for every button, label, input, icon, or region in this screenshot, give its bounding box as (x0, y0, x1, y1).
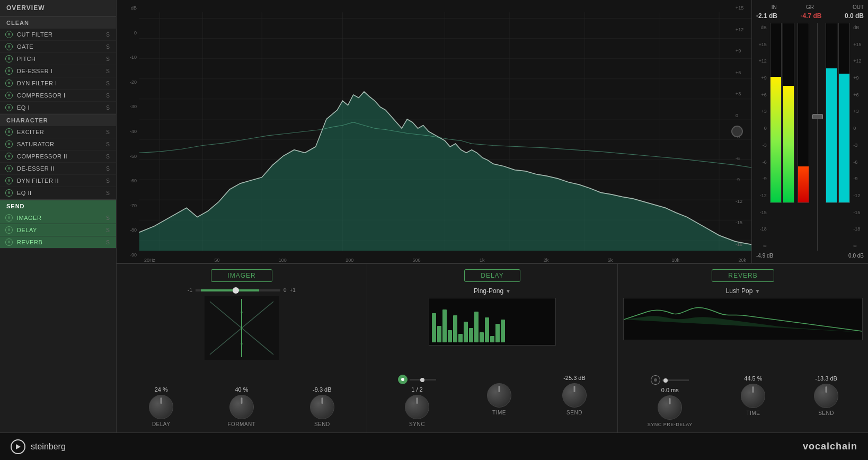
delay-time-knob[interactable] (487, 383, 511, 408)
sidebar-item-eq-2[interactable]: EQ II S (0, 187, 116, 199)
power-icon-dyn-filter-2[interactable] (5, 177, 13, 184)
s-badge-compressor-2[interactable]: S (104, 153, 112, 160)
meter-bottom-values: -4.9 dB 0.0 dB (756, 253, 864, 259)
sidebar-item-compressor-1[interactable]: COMPRESSOR I S (0, 90, 116, 102)
sidebar-item-imager[interactable]: IMAGER S (0, 212, 116, 224)
imager-btn-row: IMAGER (122, 269, 361, 282)
delay-sync-slider[interactable] (410, 379, 436, 381)
power-icon-de-esser-2[interactable] (5, 165, 13, 172)
power-icon-exciter[interactable] (5, 128, 13, 136)
s-badge-de-esser-1[interactable]: S (104, 68, 112, 75)
sidebar-label-compressor-2: COMPRESSOR II (17, 153, 104, 160)
sidebar-item-saturator[interactable]: SATURATOR S (0, 138, 116, 151)
reverb-pre-delay-slider[interactable] (662, 379, 689, 381)
s-badge-compressor-1[interactable]: S (104, 92, 112, 99)
sidebar-item-compressor-2[interactable]: COMPRESSOR II S (0, 151, 116, 163)
sidebar-item-de-esser-2[interactable]: DE-ESSER II S (0, 163, 116, 175)
power-icon-delay[interactable] (5, 226, 13, 234)
sidebar-item-reverb[interactable]: REVERB S (0, 236, 116, 249)
sidebar-item-gate[interactable]: GATE S (0, 41, 116, 53)
freq-axis: 20Hz 50 100 200 500 1k 2k 5k 10k 20k (139, 252, 751, 263)
delay-toggle-btn[interactable]: DELAY (464, 269, 520, 282)
power-icon-saturator[interactable] (5, 140, 13, 148)
main-area: OVERVIEW CLEAN CUT FILTER S GATE S PITCH… (0, 0, 868, 432)
imager-send-knob[interactable] (310, 395, 334, 419)
s-badge-cut-filter[interactable]: S (104, 31, 112, 38)
reverb-time-knob[interactable] (741, 384, 765, 408)
imager-toggle-btn[interactable]: IMAGER (211, 269, 272, 282)
power-icon-cut-filter[interactable] (5, 31, 13, 38)
power-icon-compressor-2[interactable] (5, 153, 13, 160)
s-badge-eq-2[interactable]: S (104, 190, 112, 197)
s-badge-dyn-filter-1[interactable]: S (104, 80, 112, 87)
sidebar-item-pitch[interactable]: PITCH S (0, 53, 116, 65)
reverb-pre-delay-knob[interactable] (658, 395, 682, 420)
reverb-sync-btn[interactable] (651, 375, 660, 385)
power-icon-compressor-1[interactable] (5, 92, 13, 99)
s-badge-exciter[interactable]: S (104, 129, 112, 136)
s-badge-dyn-filter-2[interactable]: S (104, 178, 112, 184)
s-badge-imager[interactable]: S (104, 215, 112, 222)
out-fill-2 (839, 74, 849, 202)
delay-sync-value: 1 / 2 (411, 386, 422, 393)
reverb-pre-delay-label: SYNC PRE-DELAY (648, 422, 693, 427)
sidebar-item-dyn-filter-1[interactable]: DYN FILTER I S (0, 77, 116, 90)
delay-mode-row: Ping-Pong ▼ (373, 287, 612, 295)
s-badge-eq-1[interactable]: S (104, 104, 112, 111)
power-icon-dyn-filter-1[interactable] (5, 79, 13, 87)
sidebar-item-exciter[interactable]: EXCITER S (0, 126, 116, 138)
steinberg-logo-circle (11, 439, 25, 454)
sidebar-item-dyn-filter-2[interactable]: DYN FILTER II S (0, 175, 116, 187)
meter-out-db: 0.0 dB (845, 12, 864, 20)
s-badge-delay[interactable]: S (104, 227, 112, 234)
reverb-toggle-btn[interactable]: REVERB (712, 269, 774, 282)
imager-xy-display (205, 296, 279, 360)
power-icon-pitch[interactable] (5, 55, 13, 63)
sidebar-label-exciter: EXCITER (17, 129, 104, 135)
gr-label: GR (792, 4, 828, 10)
s-badge-reverb[interactable]: S (104, 239, 112, 246)
sidebar-overview[interactable]: OVERVIEW (0, 0, 116, 16)
sidebar-label-gate: GATE (17, 43, 104, 50)
power-icon-eq-1[interactable] (5, 104, 13, 111)
power-icon-eq-2[interactable] (5, 189, 13, 197)
sidebar-item-delay[interactable]: DELAY S (0, 224, 116, 236)
imager-delay-knob[interactable] (149, 395, 173, 419)
imager-slider-min: -1 (188, 287, 192, 293)
reverb-pre-delay-thumb[interactable] (663, 378, 668, 383)
delay-sync-thumb[interactable] (420, 378, 424, 382)
delay-sync-knob[interactable] (405, 395, 429, 419)
s-badge-gate[interactable]: S (104, 43, 112, 50)
delay-sync-btn[interactable] (398, 375, 408, 384)
s-badge-pitch[interactable]: S (104, 56, 112, 63)
imager-slider-fill (201, 289, 259, 291)
s-badge-de-esser-2[interactable]: S (104, 165, 112, 172)
s-badge-saturator[interactable]: S (104, 141, 112, 148)
power-icon-de-esser-1[interactable] (5, 67, 13, 75)
sidebar-item-cut-filter[interactable]: CUT FILTER S (0, 29, 116, 41)
chain-text: chain (830, 441, 857, 452)
vocal-text: vocal (803, 441, 830, 452)
fader-handle[interactable] (812, 114, 823, 119)
meter-bars-area: dB +15 +12 +9 +6 +3 0 -3 -6 -9 -12 -15 (756, 23, 864, 251)
delay-send-knob[interactable] (562, 383, 587, 408)
imager-slider-thumb[interactable] (233, 287, 239, 294)
imager-slider[interactable] (196, 289, 280, 291)
imager-formant-knob[interactable] (229, 395, 254, 419)
app-container: OVERVIEW CLEAN CUT FILTER S GATE S PITCH… (0, 0, 868, 460)
sidebar-item-de-esser-1[interactable]: DE-ESSER I S (0, 65, 116, 77)
power-icon-imager[interactable] (5, 214, 13, 222)
imager-delay-label: DELAY (152, 421, 171, 427)
power-icon-gate[interactable] (5, 43, 13, 50)
scroll-knob[interactable] (731, 126, 743, 137)
delay-bar-14 (501, 320, 505, 342)
delay-bar-2 (437, 326, 441, 342)
sidebar-item-eq-1[interactable]: EQ I S (0, 102, 116, 114)
in-bottom-db: -4.9 dB (756, 253, 773, 259)
brand-label: steinberg (31, 442, 66, 452)
out-label: OUT (828, 4, 864, 10)
delay-bar-7 (464, 322, 468, 342)
reverb-send-knob[interactable] (814, 384, 838, 408)
power-icon-reverb[interactable] (5, 238, 13, 246)
spectrum-graph[interactable]: dB 0 -10 -20 -30 -40 -50 -60 -70 -80 -90 (117, 0, 751, 263)
